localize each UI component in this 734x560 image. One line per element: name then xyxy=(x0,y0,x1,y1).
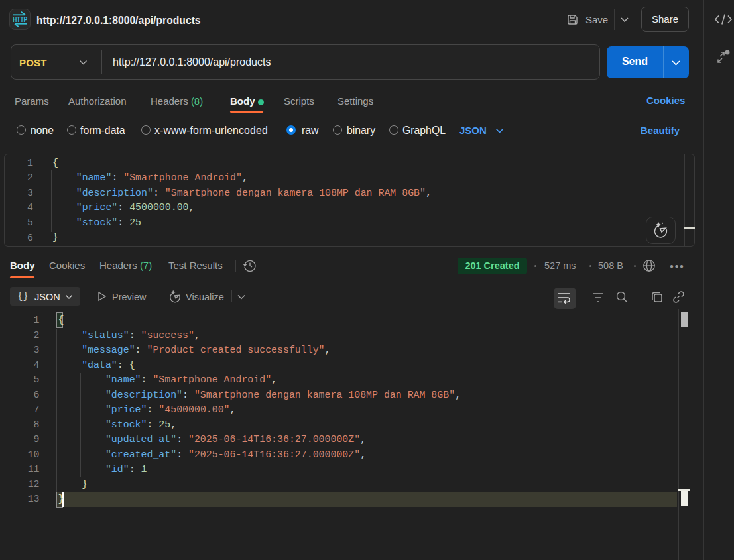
svg-text:HTTP: HTTP xyxy=(13,15,28,23)
